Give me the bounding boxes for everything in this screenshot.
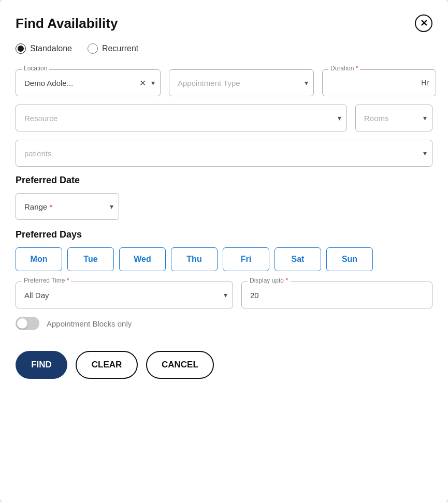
- range-label: Range: [24, 202, 47, 211]
- recurrent-label: Recurrent: [102, 44, 138, 53]
- row-location-appttype-duration: Location Demo Adole... ✕ ▾ Appointment T…: [16, 69, 432, 96]
- resource-chevron-icon: ▾: [338, 114, 341, 122]
- location-field[interactable]: Demo Adole... ✕ ▾: [16, 69, 161, 96]
- resource-placeholder: Resource: [24, 114, 57, 123]
- standalone-radio-label[interactable]: Standalone: [16, 43, 72, 54]
- rooms-placeholder: Rooms: [364, 114, 389, 123]
- row-time-display: Preferred Time * All Day ▾ Display upto …: [16, 282, 432, 308]
- range-chevron-icon: ▾: [110, 202, 113, 211]
- range-required-star: *: [49, 202, 52, 211]
- appointment-blocks-label: Appointment Blocks only: [47, 319, 132, 328]
- range-field[interactable]: Range * ▾: [16, 193, 119, 220]
- row-range: Range * ▾: [16, 193, 432, 220]
- preferred-time-value: All Day: [24, 291, 49, 300]
- resource-field[interactable]: Resource ▾: [16, 105, 347, 131]
- appointment-type-chevron-icon: ▾: [305, 79, 308, 87]
- clear-button[interactable]: CLEAR: [76, 351, 138, 379]
- preferred-time-label: Preferred Time *: [22, 277, 71, 284]
- display-upto-wrapper: Display upto *: [241, 282, 432, 308]
- location-value: Demo Adole...: [24, 79, 134, 87]
- preferred-date-section: Preferred Date Range * ▾: [16, 175, 432, 220]
- cancel-button[interactable]: CANCEL: [146, 351, 214, 379]
- standalone-label: Standalone: [30, 44, 72, 53]
- appointment-mode-group: Standalone Recurrent: [16, 43, 432, 54]
- location-field-wrapper: Location Demo Adole... ✕ ▾: [16, 69, 161, 96]
- find-availability-modal: Find Availability ✕ Standalone Recurrent…: [0, 0, 448, 502]
- recurrent-radio[interactable]: [88, 43, 98, 54]
- modal-title: Find Availability: [16, 16, 118, 32]
- preferred-time-star: *: [67, 277, 69, 284]
- appointment-blocks-toggle[interactable]: [16, 317, 39, 330]
- preferred-date-title: Preferred Date: [16, 175, 432, 186]
- appointment-type-field[interactable]: Appointment Type ▾: [169, 69, 314, 96]
- appointment-type-wrapper: Appointment Type ▾: [169, 69, 314, 96]
- patients-wrapper: patients ▾: [16, 140, 432, 167]
- display-upto-input[interactable]: [241, 282, 432, 308]
- resource-wrapper: Resource ▾: [16, 105, 347, 131]
- rooms-chevron-icon: ▾: [423, 114, 427, 122]
- action-buttons-row: FIND CLEAR CANCEL: [16, 351, 432, 379]
- day-button-sat[interactable]: Sat: [274, 247, 321, 271]
- row-resource-rooms: Resource ▾ Rooms ▾: [16, 105, 432, 131]
- preferred-days-section: Preferred Days MonTueWedThuFriSatSun: [16, 229, 432, 271]
- recurrent-radio-label[interactable]: Recurrent: [88, 43, 138, 54]
- duration-wrapper: Duration * Hr: [322, 69, 436, 96]
- display-upto-label: Display upto *: [248, 277, 290, 284]
- patients-chevron-icon: ▾: [423, 149, 427, 157]
- location-clear-button[interactable]: ✕: [137, 77, 148, 89]
- duration-required-star: *: [356, 65, 358, 72]
- days-row: MonTueWedThuFriSatSun: [16, 247, 432, 271]
- standalone-radio[interactable]: [16, 43, 26, 54]
- close-button[interactable]: ✕: [415, 14, 432, 32]
- day-button-wed[interactable]: Wed: [119, 247, 166, 271]
- duration-input[interactable]: [322, 69, 436, 96]
- location-label: Location: [22, 65, 49, 72]
- day-button-thu[interactable]: Thu: [171, 247, 218, 271]
- display-upto-star: *: [285, 277, 288, 284]
- rooms-field[interactable]: Rooms ▾: [355, 105, 432, 131]
- location-chevron-icon: ▾: [151, 79, 155, 87]
- find-button[interactable]: FIND: [16, 351, 67, 379]
- row-patients: patients ▾: [16, 140, 432, 167]
- preferred-days-title: Preferred Days: [16, 229, 432, 240]
- day-button-mon[interactable]: Mon: [16, 247, 62, 271]
- preferred-time-wrapper: Preferred Time * All Day ▾: [16, 282, 233, 308]
- patients-placeholder: patients: [24, 149, 52, 158]
- appointment-type-placeholder: Appointment Type: [178, 79, 240, 87]
- modal-header: Find Availability ✕: [16, 14, 432, 32]
- day-button-sun[interactable]: Sun: [326, 247, 373, 271]
- duration-label: Duration *: [328, 65, 360, 72]
- day-button-tue[interactable]: Tue: [67, 247, 114, 271]
- patients-field[interactable]: patients ▾: [16, 140, 432, 167]
- rooms-wrapper: Rooms ▾: [355, 105, 432, 131]
- day-button-fri[interactable]: Fri: [223, 247, 269, 271]
- preferred-time-field[interactable]: All Day ▾: [16, 282, 233, 308]
- range-wrapper: Range * ▾: [16, 193, 119, 220]
- toggle-row: Appointment Blocks only: [16, 317, 432, 330]
- preferred-time-chevron-icon: ▾: [224, 291, 227, 299]
